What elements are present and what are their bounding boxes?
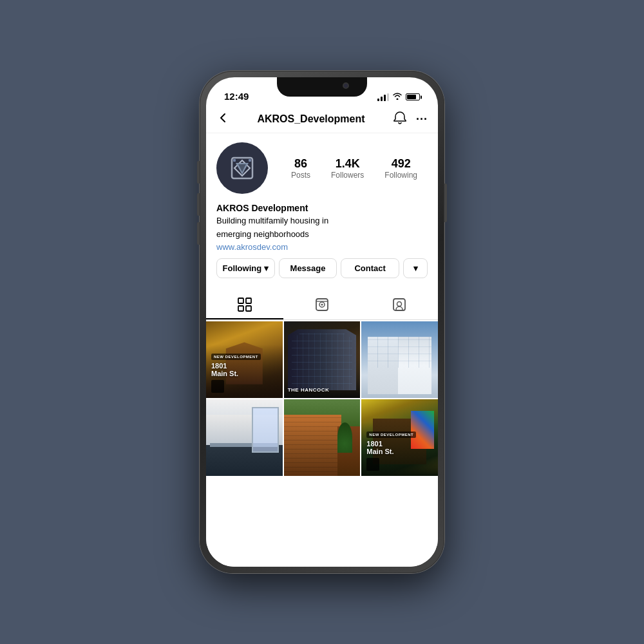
profile-header: AKROS_Development ··· bbox=[206, 106, 438, 133]
more-options-icon[interactable]: ··· bbox=[416, 113, 428, 126]
signal-icon bbox=[377, 93, 389, 101]
tagged-icon bbox=[392, 298, 406, 312]
svg-rect-9 bbox=[246, 306, 251, 311]
grid-logo-6 bbox=[366, 458, 379, 471]
camera bbox=[343, 82, 349, 89]
following-label: Following bbox=[384, 171, 417, 180]
bio-line-2: emerging neighborhoods bbox=[216, 229, 428, 240]
tab-grid[interactable] bbox=[206, 291, 283, 319]
svg-rect-8 bbox=[238, 306, 243, 311]
svg-rect-7 bbox=[246, 298, 251, 303]
grid-item-2[interactable]: THE HANCOCK bbox=[284, 321, 361, 398]
grid-badge-6: NEW DEVELOPMENT bbox=[366, 431, 416, 438]
grid-logo-1 bbox=[211, 380, 224, 393]
reels-icon bbox=[315, 298, 329, 312]
profile-username: AKROS_Development bbox=[257, 113, 365, 125]
profile-top: 86 Posts 1.4K Followers 492 Following bbox=[216, 142, 428, 194]
svg-point-12 bbox=[321, 304, 323, 306]
header-actions: ··· bbox=[393, 111, 428, 128]
battery-icon bbox=[406, 93, 420, 100]
followers-stat[interactable]: 1.4K Followers bbox=[331, 157, 364, 180]
notification-icon[interactable] bbox=[393, 111, 407, 128]
message-button[interactable]: Message bbox=[279, 258, 337, 278]
svg-rect-6 bbox=[238, 298, 243, 303]
grid-item-6[interactable]: NEW DEVELOPMENT 1801Main St. bbox=[361, 399, 438, 476]
grid-item-4[interactable] bbox=[206, 399, 283, 476]
website-link[interactable]: www.akrosdev.com bbox=[216, 242, 428, 252]
svg-point-15 bbox=[397, 302, 402, 307]
grid-text-6: 1801Main St. bbox=[366, 440, 433, 455]
tab-reels[interactable] bbox=[283, 291, 361, 319]
phone-frame: 12:49 bbox=[200, 71, 444, 573]
profile-logo bbox=[227, 153, 258, 184]
posts-count: 86 bbox=[294, 157, 307, 171]
photo-grid: NEW DEVELOPMENT 1801Main St. THE HANCOCK bbox=[206, 321, 438, 475]
contact-button[interactable]: Contact bbox=[341, 258, 399, 278]
grid-item-1[interactable]: NEW DEVELOPMENT 1801Main St. bbox=[206, 321, 283, 398]
following-button[interactable]: Following ▾ bbox=[216, 258, 275, 278]
grid-item-3[interactable] bbox=[361, 321, 438, 398]
svg-rect-4 bbox=[233, 159, 236, 162]
phone-screen: 12:49 bbox=[206, 77, 438, 567]
grid-text-2: THE HANCOCK bbox=[288, 387, 330, 393]
bio-line-1: Building multifamily housing in bbox=[216, 215, 428, 227]
following-count: 492 bbox=[392, 157, 411, 171]
back-button[interactable] bbox=[216, 111, 229, 128]
posts-label: Posts bbox=[291, 171, 310, 180]
grid-item-5[interactable] bbox=[284, 399, 361, 476]
svg-rect-5 bbox=[249, 159, 251, 162]
followers-count: 1.4K bbox=[336, 157, 360, 171]
avatar bbox=[216, 142, 268, 194]
grid-badge-1: NEW DEVELOPMENT bbox=[211, 354, 261, 360]
time-display: 12:49 bbox=[224, 91, 249, 102]
status-icons bbox=[377, 92, 420, 102]
tab-tagged[interactable] bbox=[361, 291, 438, 319]
grid-icon bbox=[238, 298, 252, 312]
followers-label: Followers bbox=[331, 171, 364, 180]
more-dropdown-button[interactable]: ▾ bbox=[403, 258, 428, 278]
profile-bio: AKROS Development Building multifamily h… bbox=[216, 203, 428, 252]
posts-stat[interactable]: 86 Posts bbox=[291, 157, 310, 180]
notch bbox=[277, 77, 367, 97]
grid-text-1: 1801Main St. bbox=[211, 362, 278, 377]
wifi-icon bbox=[392, 92, 402, 102]
profile-section: 86 Posts 1.4K Followers 492 Following bbox=[206, 133, 438, 291]
following-stat[interactable]: 492 Following bbox=[384, 157, 417, 180]
stats-container: 86 Posts 1.4K Followers 492 Following bbox=[281, 157, 428, 180]
action-buttons: Following ▾ Message Contact ▾ bbox=[216, 258, 428, 278]
display-name: AKROS Development bbox=[216, 203, 428, 213]
screen-content: AKROS_Development ··· bbox=[206, 106, 438, 567]
svg-rect-14 bbox=[393, 299, 405, 310]
content-tabs bbox=[206, 291, 438, 320]
